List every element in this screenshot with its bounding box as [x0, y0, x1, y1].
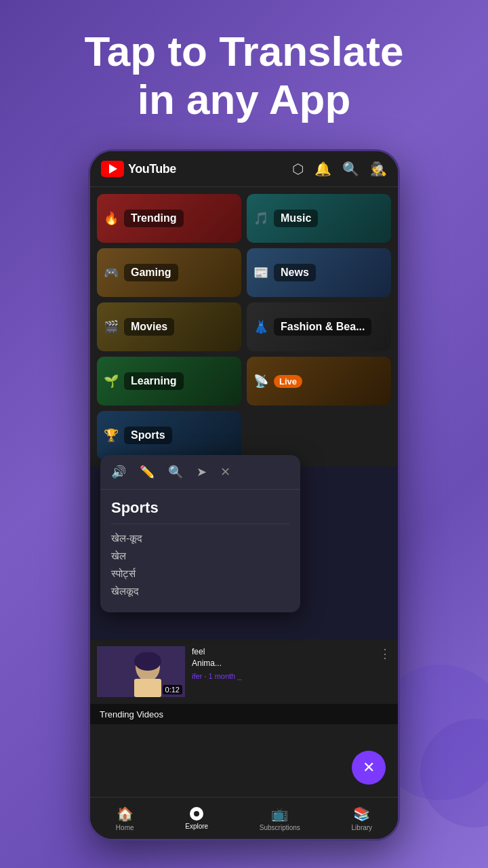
subscriptions-nav-label: Subscriptions [260, 824, 300, 831]
video-duration: 0:12 [163, 685, 182, 694]
gaming-icon: 🎮 [104, 265, 119, 280]
popup-arrow [148, 455, 167, 456]
header-title: Tap to Translate [41, 27, 447, 75]
header-subtitle: in any App [41, 75, 447, 123]
bottom-content: 0:12 feel Anima... ifer · 1 month _ ⋮ Tr… [90, 639, 398, 798]
categories-grid: 🔥 Trending 🎵 Music 🎮 Gaming 📰 News [90, 187, 398, 467]
trending-icon: 🔥 [104, 211, 119, 226]
edit-icon[interactable]: ✏️ [140, 465, 155, 479]
category-fashion[interactable]: 👗 Fashion & Bea... [247, 302, 391, 351]
explore-nav-icon [190, 807, 203, 821]
youtube-logo: YouTube [101, 161, 176, 177]
svg-rect-3 [134, 679, 161, 697]
video-thumbnail: 0:12 [97, 646, 185, 697]
subscriptions-nav-icon: 📺 [271, 806, 288, 822]
movies-label: Movies [124, 318, 174, 336]
video-item: 0:12 feel Anima... ifer · 1 month _ ⋮ [90, 639, 398, 704]
learning-label: Learning [124, 372, 184, 390]
sports-label: Sports [124, 427, 172, 444]
explore-nav-label: Explore [185, 823, 208, 830]
translation-1[interactable]: खेल-कूद [111, 532, 289, 545]
fashion-label: Fashion & Bea... [274, 318, 371, 336]
close-button-icon: ✕ [363, 759, 375, 776]
category-sports[interactable]: 🏆 Sports [97, 411, 241, 460]
video-meta: ifer · 1 month _ [192, 672, 372, 680]
translation-3[interactable]: स्पोर्ट्स [111, 568, 289, 580]
gaming-label: Gaming [124, 264, 178, 281]
share-icon[interactable]: ➤ [197, 465, 207, 479]
news-label: News [274, 264, 316, 281]
news-icon: 📰 [253, 265, 268, 280]
category-learning[interactable]: 🌱 Learning [97, 357, 241, 406]
category-movies[interactable]: 🎬 Movies [97, 302, 241, 351]
sports-icon: 🏆 [104, 428, 119, 443]
movies-icon: 🎬 [104, 319, 119, 334]
home-nav-icon: 🏠 [117, 806, 134, 822]
category-gaming[interactable]: 🎮 Gaming [97, 248, 241, 297]
nav-home[interactable]: 🏠 Home [116, 806, 134, 831]
live-label: Live [274, 375, 302, 388]
incognito-icon[interactable]: 🕵️ [370, 161, 387, 177]
home-nav-label: Home [116, 824, 134, 831]
trending-bar-text: Trending Videos [100, 709, 163, 719]
library-nav-icon: 📚 [353, 806, 370, 822]
translation-4[interactable]: खेलकूद [111, 585, 289, 597]
trending-label: Trending [124, 210, 184, 227]
youtube-header: YouTube ⬡ 🔔 🔍 🕵️ [90, 151, 398, 187]
nav-subscriptions[interactable]: 📺 Subscriptions [260, 806, 300, 831]
library-nav-label: Library [352, 824, 373, 831]
video-more-icon[interactable]: ⋮ [379, 646, 391, 661]
translation-2[interactable]: खेल [111, 550, 289, 562]
popup-search-icon[interactable]: 🔍 [168, 465, 183, 479]
cast-icon[interactable]: ⬡ [292, 161, 304, 177]
popup-divider [111, 524, 289, 524]
category-live[interactable]: 📡 Live [247, 357, 391, 406]
nav-library[interactable]: 📚 Library [352, 806, 373, 831]
bell-icon[interactable]: 🔔 [314, 161, 331, 177]
phone-frame: YouTube ⬡ 🔔 🔍 🕵️ 🔥 Trending 🎵 Music 🎮 [88, 149, 400, 841]
popup-source-word: Sports [111, 499, 289, 517]
youtube-logo-icon [101, 161, 124, 177]
category-news[interactable]: 📰 News [247, 248, 391, 297]
video-info: feel Anima... ifer · 1 month _ [192, 646, 372, 680]
close-icon[interactable]: ✕ [220, 465, 230, 479]
page-header: Tap to Translate in any App [0, 0, 488, 144]
audio-icon[interactable]: 🔊 [111, 465, 126, 479]
close-button[interactable]: ✕ [352, 751, 386, 785]
youtube-icons: ⬡ 🔔 🔍 🕵️ [292, 161, 387, 177]
youtube-play-icon [109, 164, 117, 174]
popup-content: Sports खेल-कूद खेल स्पोर्ट्स खेलकूद [100, 490, 300, 612]
nav-explore[interactable]: Explore [185, 807, 208, 830]
youtube-logo-text: YouTube [128, 162, 176, 176]
search-icon[interactable]: 🔍 [342, 161, 359, 177]
music-label: Music [274, 210, 318, 227]
category-music[interactable]: 🎵 Music [247, 194, 391, 243]
video-title: feel Anima... [192, 646, 372, 669]
category-trending[interactable]: 🔥 Trending [97, 194, 241, 243]
learning-icon: 🌱 [104, 374, 119, 389]
fashion-icon: 👗 [253, 319, 268, 334]
live-icon: 📡 [253, 374, 268, 389]
translate-popup: 🔊 ✏️ 🔍 ➤ ✕ Sports खेल-कूद खेल स्पोर्ट्स … [100, 455, 300, 612]
music-icon: 🎵 [253, 211, 268, 226]
trending-bar: Trending Videos [90, 704, 398, 724]
bottom-nav: 🏠 Home Explore 📺 Subscriptions 📚 Library [90, 797, 398, 839]
popup-toolbar: 🔊 ✏️ 🔍 ➤ ✕ [100, 455, 300, 490]
svg-point-2 [134, 652, 161, 671]
